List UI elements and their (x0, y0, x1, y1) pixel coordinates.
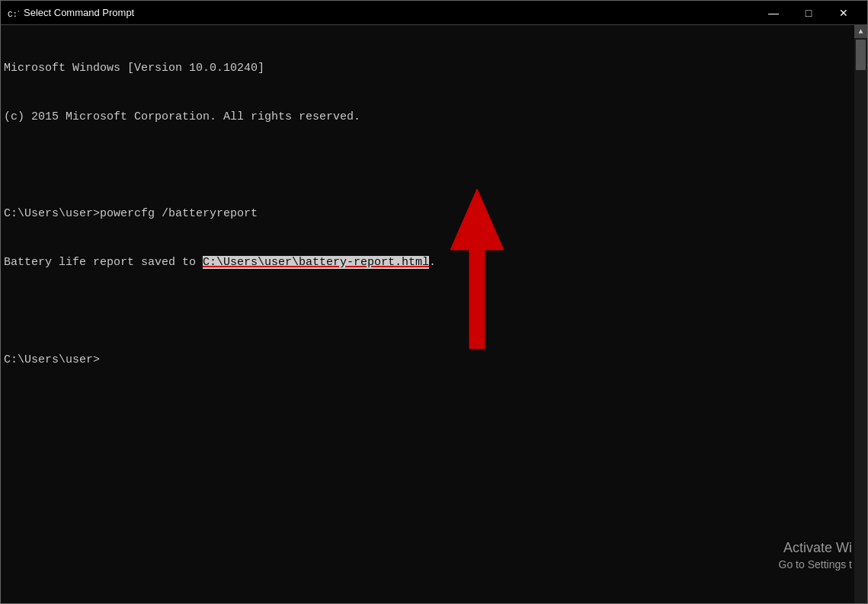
console-line-5: Battery life report saved to C:\Users\us… (4, 254, 864, 271)
battery-report-prefix: Battery life report saved to (4, 256, 203, 269)
window-title: Select Command Prompt (24, 7, 134, 18)
watermark-line2: Go to Settings t (779, 558, 853, 573)
scrollbar[interactable]: ▲ (854, 25, 867, 603)
battery-report-path: C:\Users\user\battery-report.html (203, 256, 429, 269)
console-output: Microsoft Windows [Version 10.0.10240] (… (4, 28, 864, 400)
title-bar: C:\ Select Command Prompt — □ ✕ (1, 1, 867, 25)
arrow-annotation (443, 189, 504, 341)
console-line-4: C:\Users\user>powercfg /batteryreport (4, 206, 864, 222)
minimize-button[interactable]: — (756, 1, 791, 25)
console-line-2: (c) 2015 Microsoft Corporation. All righ… (4, 109, 864, 126)
window-controls: — □ ✕ (756, 1, 861, 25)
title-bar-left: C:\ Select Command Prompt (7, 7, 134, 19)
activate-watermark: Activate Wi Go to Settings t (779, 538, 853, 573)
svg-text:C:\: C:\ (8, 10, 19, 19)
command-prompt-window: C:\ Select Command Prompt — □ ✕ Microsof… (0, 0, 868, 604)
scroll-up-arrow[interactable]: ▲ (854, 25, 867, 38)
scrollbar-thumb[interactable] (856, 40, 866, 70)
maximize-button[interactable]: □ (791, 1, 826, 25)
svg-marker-2 (450, 189, 504, 349)
watermark-line1: Activate Wi (779, 538, 853, 558)
console-line-3 (4, 158, 864, 174)
console-line-1: Microsoft Windows [Version 10.0.10240] (4, 60, 864, 77)
close-button[interactable]: ✕ (826, 1, 861, 25)
cmd-icon: C:\ (7, 7, 19, 19)
console-line-7: C:\Users\user> (4, 352, 864, 369)
battery-report-suffix: . (429, 256, 436, 269)
console-line-6 (4, 303, 864, 320)
console-area[interactable]: Microsoft Windows [Version 10.0.10240] (… (1, 25, 867, 603)
